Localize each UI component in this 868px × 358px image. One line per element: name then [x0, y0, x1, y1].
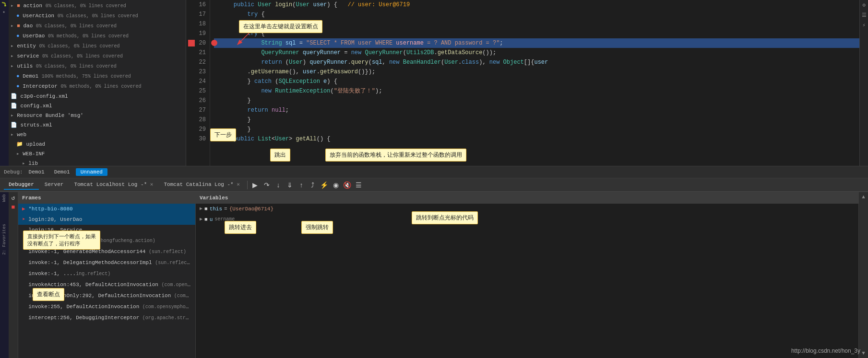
- toolbar-btn-step-over[interactable]: ↷: [262, 180, 272, 190]
- annotation-abandon-stack: 放弃当前的函数堆栈，让你重新来过整个函数的调用: [325, 149, 466, 162]
- debug-icon[interactable]: 🐛: [2, 2, 7, 7]
- annotation-run-to-next-bp: 直接执行到下一个断点，如果 没有断点了，运行程序: [23, 231, 100, 250]
- variables-header: Variables: [196, 192, 858, 204]
- favorites-icon[interactable]: ★: [2, 10, 7, 15]
- debug-tab-unnamed[interactable]: Unnamed: [76, 168, 107, 176]
- web-icon[interactable]: Web: [2, 194, 7, 202]
- code-line-23: .getUsername(), user.getPassword()});: [214, 67, 859, 77]
- sidebar-item-service[interactable]: ▸ service 0% classes, 0% lines covered: [9, 51, 186, 61]
- toolbar-btn-force-step-into[interactable]: ⇓: [285, 180, 295, 190]
- frame-item-thread[interactable]: ▶ *http-bio-8080: [18, 204, 195, 214]
- var-item-u[interactable]: ▶ ■ username: [196, 214, 858, 225]
- scroll-down-btn[interactable]: ▼: [862, 350, 865, 356]
- tab-debugger[interactable]: Debugger: [4, 180, 39, 190]
- code-line-28: }: [214, 115, 859, 125]
- favorites-bottom-icon[interactable]: 2: Favorites: [2, 224, 7, 255]
- code-line-26: }: [214, 96, 859, 105]
- sidebar-item-webinf[interactable]: ▸ WEB-INF: [9, 149, 186, 159]
- code-line-30: public List<User> getAll() {: [214, 134, 859, 144]
- restart-btn[interactable]: ↺: [12, 194, 15, 202]
- tab-tomcat-catalina[interactable]: Tomcat Catalina Log -* ✕: [159, 180, 244, 190]
- sidebar-item-entity[interactable]: ▸ entity 0% classes, 6% lines covered: [9, 41, 186, 51]
- frame-item-login20[interactable]: ➤ login:20, UserDao: [18, 214, 195, 225]
- debug-tabs-bar: Debug: Demo1 Demo1 Unnamed: [0, 166, 868, 178]
- frame-item-intercept[interactable]: intercept:256, DebuggingInterceptor (org…: [18, 312, 195, 323]
- scroll-up-btn[interactable]: ▲: [862, 194, 865, 200]
- toolbar-btn-step-out[interactable]: ↑: [296, 180, 307, 190]
- project-sidebar: ▸ ■ action 0% classes, 0% lines covered …: [9, 0, 186, 166]
- sidebar-item-config[interactable]: 📄 config.xml: [9, 101, 186, 111]
- debugger-toolbar: Debugger Server Tomcat Localhost Log -* …: [0, 178, 868, 192]
- bottom-panels: Web 2: Favorites ↺ ■ Frames ▶ *http-bio-…: [0, 192, 868, 358]
- code-line-22: return (User) queryRunner.query(sql, new…: [214, 58, 859, 67]
- sidebar-item-c3p0[interactable]: 📄 c3p0-config.xml: [9, 92, 186, 101]
- toolbar-btn-evaluate[interactable]: ⚡: [319, 180, 330, 190]
- debug-tab-demo1-1[interactable]: Demo1: [25, 168, 48, 176]
- side-panel-icon-1[interactable]: ⚙: [862, 2, 866, 8]
- toolbar-btn-mute[interactable]: 🔇: [342, 180, 353, 190]
- code-line-16: public User login(User user) { // user: …: [214, 0, 859, 10]
- frame-item-invoke-3[interactable]: invoke:-1, ....ing.reflect): [18, 268, 195, 279]
- variables-panel: Variables ▶ ■ this = {UserDao@6714} ▶ ■ …: [196, 192, 858, 358]
- sidebar-item-useraction[interactable]: ● UserAction 0% classes, 0% lines covere…: [9, 11, 186, 21]
- sidebar-item-web[interactable]: ▸ web: [9, 130, 186, 139]
- stop-btn[interactable]: ■: [12, 204, 15, 211]
- tab-server[interactable]: Server: [40, 180, 69, 190]
- annotation-jump-to-cursor: 跳转到断点光标的代码: [412, 211, 478, 224]
- watermark: http://blog.csdn.net/hon_3y: [791, 347, 860, 354]
- frame-item-invoke-2[interactable]: invoke:-1, DelegatingMethodAccessorImpl …: [18, 257, 195, 268]
- code-line-29: }: [214, 125, 859, 134]
- debug-tab-demo1-2[interactable]: Demo1: [50, 168, 74, 176]
- sidebar-item-action[interactable]: ▸ ■ action 0% classes, 0% lines covered: [9, 1, 186, 11]
- side-panel-icon-2[interactable]: ☰: [862, 12, 867, 18]
- code-line-20: String sql = "SELECT * FROM user WHERE u…: [214, 38, 859, 48]
- sidebar-item-interceptor[interactable]: ● Interceptor 0% methods, 0% lines cover…: [9, 81, 186, 92]
- annotation-view-breakpoints: 查看断点: [33, 288, 64, 301]
- var-item-this[interactable]: ▶ ■ this = {UserDao@6714}: [196, 204, 858, 214]
- toolbar-btn-run-to-cursor[interactable]: ⤴: [308, 180, 318, 190]
- toolbar-btn-settings[interactable]: ☰: [354, 180, 364, 190]
- annotation-step-into: 跳转进去: [225, 221, 256, 234]
- toolbar-btn-resume[interactable]: ▶: [250, 180, 261, 190]
- frames-header: Frames: [18, 192, 195, 204]
- annotation-step-out: 跳出: [270, 149, 290, 162]
- frames-panel: Frames ▶ *http-bio-8080 ➤ login:20, User…: [18, 192, 196, 358]
- sidebar-item-dao[interactable]: ▸ ■ dao 0% classes, 0% lines covered: [9, 21, 186, 31]
- annotation-force-step: 强制跳转: [301, 221, 333, 234]
- side-panel-icon-3[interactable]: ⚡: [862, 22, 866, 28]
- sidebar-item-userdao[interactable]: ● UserDao 0% methods, 0% lines covered: [9, 31, 186, 41]
- tab-tomcat-localhost[interactable]: Tomcat Localhost Log -* ✕: [69, 180, 158, 190]
- toolbar-btn-step-into[interactable]: ↓: [273, 180, 284, 190]
- toolbar-btn-breakpoints[interactable]: ◉: [331, 180, 341, 190]
- code-editor: 16 17 18 19 20 21 22 23 24 25 26 27: [186, 0, 859, 166]
- code-line-24: } catch (SQLException e) {: [214, 77, 859, 86]
- sidebar-item-upload[interactable]: 📁 upload: [9, 139, 186, 149]
- sidebar-item-lib[interactable]: ▸ lib: [9, 159, 186, 166]
- frame-item-invoke255[interactable]: invoke:255, DefaultActionInvocation (com…: [18, 301, 195, 312]
- annotation-breakpoint-tip: 在这里单击左键就是设置断点: [239, 20, 322, 33]
- annotation-next-step: 下一步: [210, 128, 236, 141]
- sidebar-item-struts[interactable]: 📄 struts.xml: [9, 120, 186, 130]
- sidebar-item-resource-bundle[interactable]: ▸ Resource Bundle 'msg': [9, 111, 186, 120]
- debug-label: Debug:: [4, 169, 23, 175]
- sidebar-item-utils[interactable]: ▸ utils 0% classes, 0% lines covered: [9, 61, 186, 71]
- code-line-25: new RuntimeException("登陆失败了！");: [214, 86, 859, 96]
- sidebar-item-demo1[interactable]: ● Demo1 100% methods, 75% lines covered: [9, 71, 186, 81]
- code-line-21: QueryRunner queryRunner = new QueryRunne…: [214, 48, 859, 58]
- code-line-27: return null;: [214, 105, 859, 115]
- code-line-17: try {: [214, 10, 859, 19]
